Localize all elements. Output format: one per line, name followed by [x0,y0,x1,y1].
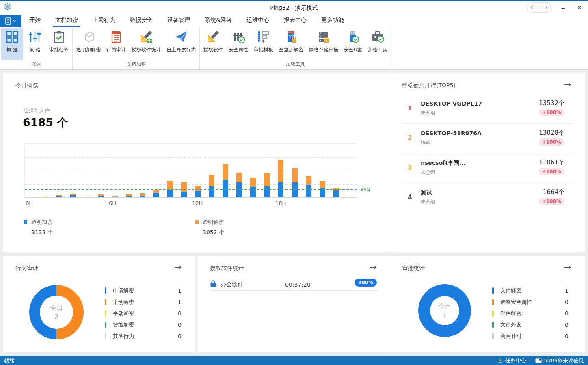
unread-messages-button[interactable]: 9305条未读信息 [535,357,584,364]
policy-sliders-icon [28,30,42,44]
tab-设备管理[interactable]: 设备管理 [162,15,195,27]
ribbon-button-授权软件统计[interactable]: 授权软件统计 [129,28,163,60]
card-approval-stats: 审批统计 → 今日 1 文件解密1调整安全属性0邮件解密0文件外发0离网补时0 [390,256,585,352]
close-button[interactable]: ✕ [574,4,585,11]
hourly-bar-chart: avg [24,143,357,198]
paper-plane-icon [174,30,188,44]
ribbon-group-文档加密: 透明加解密行为审计授权软件统计自主外发行为文档加密 [73,27,200,69]
ribbon-button-自主外发行为[interactable]: 自主外发行为 [164,28,198,60]
bar-hour-9H [149,190,163,197]
legend-透明解密: 透明解密3052 个 [195,218,366,236]
arrow-right-icon[interactable]: → [370,263,377,272]
window-title: Ping32 - 演示模式 [0,4,588,12]
ranking-row-1[interactable]: 1DESKTOP-VGDPL17未分组13532个+100% [402,94,573,124]
bar-hour-12H [191,186,205,197]
ribbon-group-加密工具: 授权软件安全属性审批模板SSD全盘加解密网络存储扫描安全U盘加密工具加密工具 [200,27,391,69]
bar-hour-1H [39,197,52,197]
dashboard: 今日概览 总操作文件 6185 个 avg 0H6H12H18H 透明加密313… [0,70,588,356]
bar-hour-15H [232,173,246,197]
x-axis-labels: 0H6H12H18H [24,200,357,207]
legend-手动解密: 手动解密1 [105,296,182,308]
software-row-办公软件[interactable]: 办公软件00:37:20100% [210,279,378,291]
ribbon-button-label: 安全U盘 [344,46,362,53]
app-menu-button[interactable] [0,15,21,27]
bar-hour-2H [52,195,66,197]
ranking-row-3[interactable]: 3nsecsoft李国...未分组11061个+100% [402,153,573,183]
ribbon-button-加密工具[interactable]: 加密工具 [365,28,390,60]
overview-grid-icon [5,30,19,44]
bar-hour-5H [94,194,108,197]
legend-调整安全属性: 调整安全属性0 [492,296,569,308]
ribbon-group-label: 概览 [1,60,71,70]
x-tick-6H: 6H [109,200,116,206]
mail-icon [535,358,542,363]
ranking-list: 1DESKTOP-VGDPL17未分组13532个+100%2DESKTOP-5… [402,94,573,213]
legend-其他行为: 其他行为0 [105,330,182,342]
tab-运维中心[interactable]: 运维中心 [242,15,274,27]
approval-stats-donut: 今日 1 [418,284,471,337]
legend-邮件解密: 邮件解密0 [492,308,569,319]
ribbon-button-label: 审批任务 [49,46,69,53]
ribbon-button-安全属性[interactable]: 安全属性 [226,28,251,60]
bar-hour-13H [205,175,218,197]
ribbon-button-label: 行为审计 [106,46,126,53]
card-title: 今日概览 [15,82,38,89]
bar-hour-7H [122,194,136,197]
avg-label: avg [360,186,370,192]
ribbon-button-行为审计[interactable]: 行为审计 [104,28,128,60]
tab-报表中心[interactable]: 报表中心 [279,15,311,27]
bar-hour-23H [343,197,357,197]
ribbon-button-label: 审批模板 [254,46,273,53]
theme-toggle[interactable]: ☾ ☀ [527,2,552,13]
task-center-button[interactable]: 任务中心 [497,357,526,364]
ribbon-button-策略[interactable]: 策 略 [24,28,46,60]
ribbon-button-透明加解密[interactable]: 透明加解密 [74,28,103,60]
ribbon-button-label: 概 览 [6,46,18,53]
ribbon-button-label: 策 略 [29,46,41,53]
arrow-right-icon[interactable]: → [564,263,571,272]
ranking-row-4[interactable]: 4测试未分组1664个+100% [402,183,573,213]
legend-离网补时: 离网补时0 [492,330,569,342]
tab-开始[interactable]: 开始 [24,15,45,27]
ribbon-button-网络存储扫描[interactable]: 网络存储扫描 [307,28,341,60]
ranking-row-2[interactable]: 2DESKTOP-51R976Atest13028个+100% [402,124,573,153]
ribbon-button-审批任务[interactable]: 审批任务 [47,28,71,60]
ribbon-button-label: 授权软件统计 [132,46,161,53]
tab-上网行为[interactable]: 上网行为 [88,15,120,27]
audit-list-icon [109,30,123,44]
fence-shield-icon [231,30,245,44]
arrow-right-icon[interactable]: → [174,263,182,272]
tab-更多功能[interactable]: 更多功能 [316,15,349,27]
ruler-pencil-table-icon [139,30,153,44]
ribbon-button-审批模板[interactable]: 审批模板 [251,28,276,60]
minimize-button[interactable]: – [558,4,569,11]
card-behavior-audit: 行为审计 → 今日 2 申请解密1手动解密1手动加密0智能加密0其他行为0 [3,256,195,352]
ribbon-group-label: 文档加密 [74,60,199,70]
legend-透明加密: 透明加密3133 个 [24,218,195,236]
ssd-lock-icon: SSD [284,30,298,44]
tab-文档加密[interactable]: 文档加密 [50,15,83,27]
ribbon-button-label: 安全属性 [229,46,248,53]
ribbon-tab-row: 开始文档加密上网行为数据安全设备管理系统&网络运维中心报表中心更多功能 [0,15,588,27]
status-ready: 就绪 [4,357,15,364]
arrow-right-icon[interactable]: → [564,80,571,89]
legend-手动加密: 手动加密0 [105,308,182,319]
ribbon-button-label: 全盘加解密 [279,46,303,53]
ribbon-button-全盘加解密[interactable]: SSD全盘加解密 [277,28,306,60]
legend-智能加密: 智能加密0 [105,319,182,330]
x-tick-0H: 0H [26,200,33,206]
app-logo-icon [4,3,11,12]
usb-shield-icon [346,30,360,44]
bar-hour-6H [108,196,121,197]
ribbon-button-安全U盘[interactable]: 安全U盘 [342,28,365,60]
ribbon-button-概览[interactable]: 概 览 [1,28,23,60]
bar-hour-19H [288,168,301,197]
bar-hour-14H [218,164,232,197]
tab-系统&网络[interactable]: 系统&网络 [200,15,237,27]
ribbon-button-授权软件[interactable]: 授权软件 [201,28,225,60]
tab-数据安全[interactable]: 数据安全 [125,15,158,27]
x-tick-18H: 18H [275,200,286,206]
metric-value: 6185 个 [23,115,68,130]
bar-hour-20H [302,176,316,197]
ribbon-button-label: 网络存储扫描 [309,46,338,53]
